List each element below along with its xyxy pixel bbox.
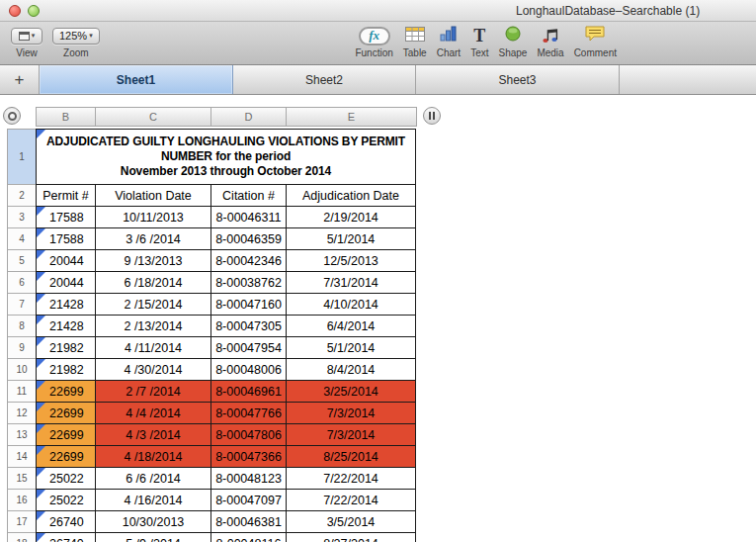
adjudication-cell[interactable]: 7/3/2014: [287, 403, 416, 424]
row-number[interactable]: 11: [8, 381, 37, 403]
adjudication-cell[interactable]: 12/5/2013: [287, 250, 416, 272]
permit-cell[interactable]: 22699: [37, 446, 96, 468]
citation-cell[interactable]: 8-00046359: [211, 228, 287, 250]
row-number[interactable]: 16: [8, 490, 37, 511]
violation-cell[interactable]: 4 /3 /2014: [96, 424, 211, 446]
header-citation-cell[interactable]: Citation #: [211, 185, 287, 207]
permit-cell[interactable]: 21982: [37, 359, 96, 381]
citation-cell[interactable]: 8-00042346: [211, 250, 287, 272]
row-number[interactable]: 13: [8, 424, 37, 446]
row-number[interactable]: 5: [8, 250, 37, 272]
permit-cell[interactable]: 25022: [37, 490, 96, 511]
adjudication-cell[interactable]: 7/3/2014: [287, 424, 416, 446]
column-header-C[interactable]: C: [96, 108, 211, 126]
column-header-E[interactable]: E: [287, 108, 416, 126]
header-violation-cell[interactable]: Violation Date: [96, 185, 211, 207]
function-button[interactable]: fx Function: [350, 25, 397, 58]
violation-cell[interactable]: 10/11/2013: [96, 207, 211, 228]
violation-cell[interactable]: 6 /18/2014: [96, 272, 211, 294]
violation-cell[interactable]: 4 /4 /2014: [96, 403, 211, 424]
adjudication-cell[interactable]: 8/27/2014: [287, 533, 416, 542]
permit-cell[interactable]: 21428: [37, 294, 96, 316]
permit-cell[interactable]: 17588: [37, 207, 96, 228]
row-number[interactable]: 10: [8, 359, 37, 381]
column-header-D[interactable]: D: [211, 108, 287, 126]
view-button[interactable]: ▾ View: [6, 25, 47, 58]
citation-cell[interactable]: 8-00048116: [211, 533, 287, 542]
citation-cell[interactable]: 8-00048123: [211, 468, 287, 490]
zoom-value-button[interactable]: 125% ▾: [52, 28, 100, 45]
row-number[interactable]: 9: [8, 337, 37, 359]
shape-button[interactable]: Shape: [493, 25, 532, 58]
row-number[interactable]: 2: [8, 185, 37, 207]
tab-sheet3[interactable]: Sheet3: [416, 65, 620, 94]
row-number[interactable]: 17: [8, 511, 37, 533]
violation-cell[interactable]: 10/30/2013: [96, 511, 211, 533]
violation-cell[interactable]: 6 /6 /2014: [96, 468, 211, 490]
citation-cell[interactable]: 8-00047097: [211, 490, 287, 511]
violation-cell[interactable]: 4 /11/2014: [96, 337, 211, 359]
header-adjudication-cell[interactable]: Adjudication Date: [287, 185, 416, 207]
adjudication-cell[interactable]: 3/5/2014: [287, 511, 416, 533]
row-number[interactable]: 18: [8, 533, 37, 542]
row-number[interactable]: 8: [8, 316, 37, 337]
table-button[interactable]: Table: [398, 25, 432, 58]
row-number[interactable]: 7: [8, 294, 37, 316]
citation-cell[interactable]: 8-00047305: [211, 316, 287, 337]
permit-cell[interactable]: 20044: [37, 250, 96, 272]
citation-cell[interactable]: 8-00047766: [211, 403, 287, 424]
column-header-B[interactable]: B: [37, 108, 96, 126]
row-number[interactable]: 4: [8, 228, 37, 250]
violation-cell[interactable]: 4 /30/2014: [96, 359, 211, 381]
tab-sheet2[interactable]: Sheet2: [233, 65, 416, 94]
add-sheet-button[interactable]: +: [0, 65, 40, 94]
media-button[interactable]: Media: [532, 25, 568, 58]
header-permit-cell[interactable]: Permit #: [37, 185, 96, 207]
permit-cell[interactable]: 22699: [37, 381, 96, 403]
chart-button[interactable]: Chart: [432, 25, 465, 58]
adjudication-cell[interactable]: 2/19/2014: [287, 207, 416, 228]
adjudication-cell[interactable]: 7/31/2014: [287, 272, 416, 294]
permit-cell[interactable]: 22699: [37, 403, 96, 424]
permit-cell[interactable]: 17588: [37, 228, 96, 250]
citation-cell[interactable]: 8-00038762: [211, 272, 287, 294]
violation-cell[interactable]: 5 /9 /2014: [96, 533, 211, 542]
citation-cell[interactable]: 8-00046961: [211, 381, 287, 403]
row-number[interactable]: 14: [8, 446, 37, 468]
adjudication-cell[interactable]: 5/1/2014: [287, 337, 416, 359]
adjudication-cell[interactable]: 7/22/2014: [287, 490, 416, 511]
citation-cell[interactable]: 8-00046381: [211, 511, 287, 533]
permit-cell[interactable]: 22699: [37, 424, 96, 446]
violation-cell[interactable]: 2 /7 /2014: [96, 381, 211, 403]
violation-cell[interactable]: 4 /16/2014: [96, 490, 211, 511]
violation-cell[interactable]: 9 /13/2013: [96, 250, 211, 272]
pause-button[interactable]: [423, 107, 441, 125]
adjudication-cell[interactable]: 4/10/2014: [287, 294, 416, 316]
permit-cell[interactable]: 21428: [37, 316, 96, 337]
zoom-control[interactable]: 125% ▾ Zoom: [47, 25, 105, 58]
tab-sheet1[interactable]: Sheet1: [40, 65, 233, 94]
row-number[interactable]: 12: [8, 403, 37, 424]
permit-cell[interactable]: 25022: [37, 468, 96, 490]
permit-cell[interactable]: 26740: [37, 511, 96, 533]
violation-cell[interactable]: 2 /15/2014: [96, 294, 211, 316]
adjudication-cell[interactable]: 7/22/2014: [287, 468, 416, 490]
permit-cell[interactable]: 20044: [37, 272, 96, 294]
citation-cell[interactable]: 8-00047160: [211, 294, 287, 316]
citation-cell[interactable]: 8-00046311: [211, 207, 287, 228]
text-button[interactable]: T Text: [465, 25, 493, 58]
comment-button[interactable]: Comment: [569, 25, 622, 58]
adjudication-cell[interactable]: 8/25/2014: [287, 446, 416, 468]
table-handle-button[interactable]: [3, 107, 21, 125]
table-title-cell[interactable]: ADJUDICATED GUILTY LONGHAULING VIOLATION…: [37, 130, 416, 185]
adjudication-cell[interactable]: 3/25/2014: [287, 381, 416, 403]
citation-cell[interactable]: 8-00048006: [211, 359, 287, 381]
violation-cell[interactable]: 4 /18/2014: [96, 446, 211, 468]
row-number[interactable]: 6: [8, 272, 37, 294]
row-number[interactable]: 1: [8, 130, 37, 185]
adjudication-cell[interactable]: 6/4/2014: [287, 316, 416, 337]
row-number[interactable]: 3: [8, 207, 37, 228]
citation-cell[interactable]: 8-00047806: [211, 424, 287, 446]
zoom-window-icon[interactable]: [28, 5, 40, 17]
permit-cell[interactable]: 21982: [37, 337, 96, 359]
